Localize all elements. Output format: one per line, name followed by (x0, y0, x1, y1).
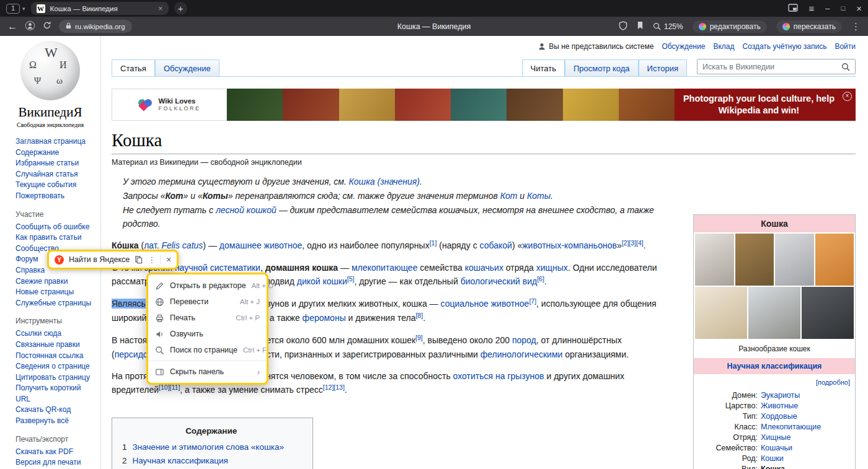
profile-icon[interactable] (25, 20, 35, 33)
text-link[interactable]: фелинологическими (480, 349, 563, 359)
sidebar-item-new-pages[interactable]: Новые страницы (16, 287, 95, 298)
kitten-image[interactable] (775, 234, 814, 286)
taxonomy-value-link[interactable]: Хищные (761, 432, 790, 443)
popup-close-icon[interactable]: × (166, 255, 171, 265)
sidebar-item-donate[interactable]: Пожертвовать (16, 191, 95, 202)
sidebar-item-related-changes[interactable]: Связанные правки (16, 340, 95, 351)
menu-item-hide-panel[interactable]: Скрыть панель › (148, 364, 267, 380)
taxobox-detail-link[interactable]: [подробно] (694, 374, 855, 390)
text-link[interactable]: научной систематики (175, 263, 260, 273)
browser-tab[interactable]: W Кошка — Википедия × (31, 2, 169, 15)
sidebar-item-what-links-here[interactable]: Ссылки сюда (16, 328, 95, 340)
sidebar-item-report-error[interactable]: Сообщить об ошибке (16, 222, 95, 233)
reference-link[interactable]: [1] (430, 239, 437, 247)
tab-article[interactable]: Статья (112, 59, 155, 76)
tabby-cat-image[interactable] (735, 234, 774, 286)
sidebar-item-qr-code[interactable]: Скачать QR-код (16, 405, 95, 416)
text-link[interactable]: пород (512, 335, 536, 345)
sidebar-item-featured[interactable]: Избранные статьи (16, 158, 95, 169)
menu-item-read-aloud[interactable]: Озвучить (148, 326, 267, 342)
sidebar-item-cite-page[interactable]: Цитировать страницу (16, 372, 95, 384)
tab-counter-button[interactable]: 1 ▾ (6, 4, 25, 14)
tab-view-source[interactable]: Просмотр кода (565, 59, 639, 76)
sidebar-item-how-to-edit[interactable]: Как править статьи (16, 232, 95, 243)
address-bar[interactable]: ru.wikipedia.org (59, 20, 132, 33)
sidebar-item-special-pages[interactable]: Служебные страницы (16, 298, 95, 309)
wikipedia-logo[interactable]: W Ω И Ψ ω ВикипедиЯ Свободная энциклопед… (0, 36, 100, 128)
text-link[interactable]: феромоны (303, 313, 346, 323)
toc-link[interactable]: Научная классификация (133, 454, 228, 468)
text-link[interactable]: лат. (144, 240, 159, 250)
text-link[interactable]: Felis catus (161, 240, 203, 250)
zoom-control[interactable]: 125% (653, 22, 683, 31)
reload-icon[interactable] (43, 21, 51, 32)
wiki-search-input[interactable] (702, 63, 841, 71)
tab-discussion[interactable]: Обсуждение (155, 59, 219, 76)
sidebar-item-download-pdf[interactable]: Скачать как PDF (16, 447, 95, 458)
sidebar-item-recent-changes[interactable]: Свежие правки (16, 276, 95, 287)
text-link[interactable]: дикой кошки (297, 276, 347, 286)
toc-link[interactable]: Значение и этимология слова «кошка» (133, 441, 284, 454)
reference-link[interactable]: [6] (537, 275, 544, 283)
personal-link-create-account[interactable]: Создать учётную запись (742, 42, 826, 51)
new-tab-button[interactable]: + (174, 2, 187, 15)
text-link[interactable]: млекопитающее (352, 263, 418, 273)
reference-link[interactable]: [2][3][4] (622, 239, 644, 247)
taxobox-section-classification[interactable]: Научная классификация (694, 358, 855, 374)
personal-link-login[interactable]: Войти (835, 42, 856, 51)
sidebar-item-printable-version[interactable]: Версия для печати (16, 457, 95, 468)
sidebar-item-contents[interactable]: Содержание (16, 147, 95, 159)
taxonomy-value-link[interactable]: Кошки (761, 454, 784, 464)
text-link[interactable]: охотиться на грызунов (453, 371, 544, 381)
personal-link-contributions[interactable]: Вклад (713, 42, 734, 51)
text-link[interactable]: лесной кошкой (216, 205, 277, 215)
text-link[interactable]: Кошка (значения) (349, 177, 420, 186)
text-link[interactable]: животных-компаньонов (522, 240, 617, 250)
sidebar-item-page-info[interactable]: Сведения о странице (16, 361, 95, 372)
wiki-search-box[interactable] (697, 59, 856, 74)
tab-history[interactable]: История (639, 59, 687, 76)
minimize-icon[interactable]: – (825, 4, 830, 12)
maximize-icon[interactable]: □ (841, 5, 846, 12)
text-link[interactable]: кошачьих (465, 263, 503, 273)
back-button[interactable]: ← (7, 22, 17, 32)
reference-link[interactable]: [8] (415, 312, 423, 319)
tab-close-icon[interactable]: × (158, 4, 163, 13)
siamese-cat-image[interactable] (695, 287, 747, 339)
taxonomy-value-link[interactable]: Эукариоты (761, 390, 800, 401)
edit-button[interactable]: редактировать (693, 20, 767, 33)
text-link[interactable]: собакой (480, 240, 512, 250)
popup-more-icon[interactable]: ⋮ (148, 255, 156, 265)
search-icon[interactable] (841, 63, 850, 71)
red-cat-image[interactable] (815, 234, 854, 286)
reference-link[interactable]: [7] (529, 297, 536, 305)
dark-cat-image[interactable] (802, 287, 854, 339)
bookmark-icon[interactable] (637, 21, 644, 32)
gray-cat-image[interactable] (695, 234, 734, 286)
copy-icon[interactable] (135, 255, 143, 264)
text-link[interactable]: социальное животное (441, 299, 529, 309)
sidebar-item-short-url[interactable]: Получить короткий URL (16, 383, 95, 405)
personal-link-talk[interactable]: Обсуждение (662, 42, 705, 51)
text-link[interactable]: домашнее животное (219, 240, 302, 250)
reference-link[interactable]: [12][13] (323, 384, 345, 391)
sidebar-item-main-page[interactable]: Заглавная страница (16, 136, 95, 147)
more-options-icon[interactable]: ⋮ (851, 21, 861, 32)
taxonomy-value-link[interactable]: Животные (761, 401, 798, 411)
menu-item-open-in-editor[interactable]: Открыть в редакторе Alt + O (148, 278, 267, 294)
menu-item-find-on-page[interactable]: Поиск по странице Ctrl + F (148, 342, 267, 358)
taxonomy-value-link[interactable]: Хордовые (761, 411, 797, 422)
taxonomy-value-link[interactable]: Млекопитающие (761, 422, 821, 432)
sidebar-item-permanent-link[interactable]: Постоянная ссылка (16, 351, 95, 362)
sidebar-item-expand-all[interactable]: Развернуть всё (16, 416, 95, 427)
taxonomy-value-link[interactable]: Кошачьи (761, 443, 792, 454)
sidebar-item-current-events[interactable]: Текущие события (16, 180, 95, 191)
wiki-loves-folklore-banner[interactable]: Wiki Loves FOLKLORE Photograph your loca… (112, 89, 856, 121)
retell-button[interactable]: пересказать (776, 20, 842, 33)
text-link[interactable]: Кот (500, 191, 518, 201)
tab-read[interactable]: Читать (522, 59, 565, 76)
menu-icon[interactable]: ≡ (809, 4, 815, 13)
pip-icon[interactable] (788, 4, 798, 13)
reference-link[interactable]: [9] (415, 334, 423, 341)
banner-close-icon[interactable]: × (843, 92, 852, 101)
